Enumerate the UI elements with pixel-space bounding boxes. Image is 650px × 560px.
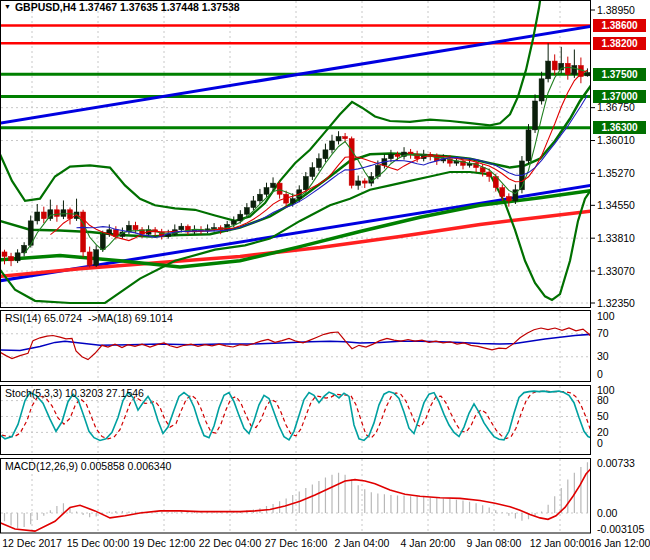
candle-body	[310, 168, 315, 177]
candle-body	[251, 201, 256, 208]
candle-body	[506, 196, 511, 200]
symbol-title: ▼ GBPUSD,H4 1.37467 1.37635 1.37448 1.37…	[4, 1, 240, 13]
candle-body	[41, 212, 46, 219]
macd-indicator-label: MACD(12,26,9) 0.005858 0.006340	[5, 460, 171, 472]
candle-body	[533, 101, 538, 130]
candle-body	[395, 154, 400, 156]
candle-body	[87, 252, 92, 265]
candle-body	[290, 199, 295, 203]
stoch-indicator-label: Stoch(5,3,3) 10.3203 27.1546	[5, 387, 144, 399]
candle-body	[388, 154, 393, 158]
candle-body	[572, 65, 577, 74]
candle-body	[9, 256, 14, 260]
candle-body	[356, 181, 361, 185]
candle-body	[316, 159, 321, 168]
candle-body	[133, 225, 138, 229]
chart-canvas[interactable]	[0, 0, 650, 560]
candle-body	[539, 79, 544, 101]
candle-body	[2, 252, 7, 256]
candle-body	[303, 176, 308, 189]
candle-body	[552, 61, 557, 70]
candle-body	[113, 230, 118, 237]
candle-body	[546, 61, 551, 79]
candle-body	[257, 194, 262, 201]
candle-body	[277, 183, 282, 194]
candle-body	[362, 181, 367, 183]
candle-body	[61, 210, 66, 217]
candle-body	[94, 250, 99, 266]
candle-body	[585, 73, 590, 76]
candle-body	[526, 130, 531, 161]
candle-body	[565, 63, 570, 74]
candle-body	[349, 139, 354, 186]
candle-body	[54, 210, 59, 217]
symbol-dropdown-icon[interactable]: ▼	[4, 2, 11, 12]
candle-body	[264, 188, 269, 195]
mt4-chart-window: 1.389501.367501.360101.352701.345501.338…	[0, 0, 650, 560]
candle-body	[35, 212, 40, 221]
candle-body	[336, 137, 341, 141]
candle-body	[244, 208, 249, 215]
candle-body	[271, 183, 276, 187]
candle-body	[487, 172, 492, 176]
rsi-indicator-label: RSI(14) 65.0724 ->MA(18) 69.1014	[5, 312, 173, 324]
candle-body	[238, 214, 243, 221]
candle-body	[330, 141, 335, 150]
candle-body	[15, 253, 20, 261]
candle-body	[179, 226, 184, 230]
candle-body	[100, 234, 105, 250]
candle-body	[500, 188, 505, 197]
candle-body	[343, 137, 348, 139]
symbol-ohlc-text: GBPUSD,H4 1.37467 1.37635 1.37448 1.3753…	[15, 1, 240, 13]
candle-body	[323, 150, 328, 159]
candle-body	[231, 221, 236, 225]
